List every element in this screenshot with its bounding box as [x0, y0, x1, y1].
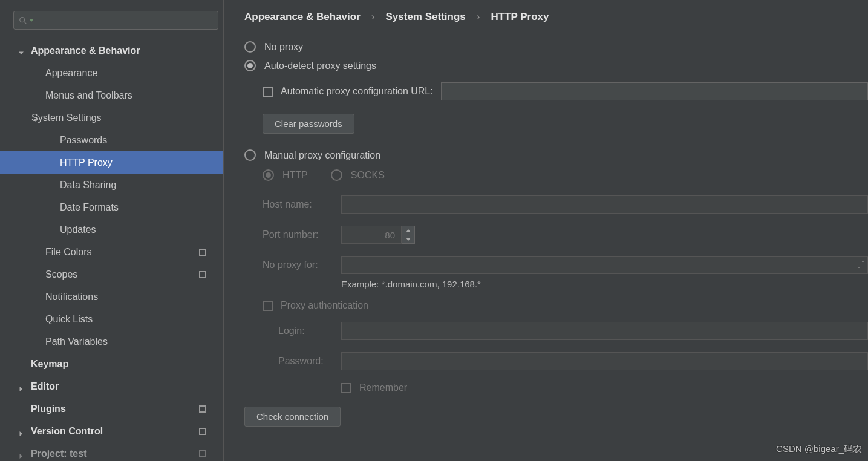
tree-item-date-formats[interactable]: Date Formats — [0, 196, 223, 218]
tree-item-label: Date Formats — [60, 202, 119, 213]
manual-proxy-radio[interactable] — [244, 149, 256, 161]
tree-item-menus-and-toolbars[interactable]: Menus and Toolbars — [0, 84, 223, 106]
http-radio — [263, 169, 274, 181]
proxy-auth-label: Proxy authentication — [281, 300, 368, 311]
clear-passwords-button[interactable]: Clear passwords — [263, 114, 354, 134]
settings-tree: Appearance & BehaviorAppearanceMenus and… — [0, 34, 223, 461]
svg-line-1 — [24, 21, 27, 24]
tree-item-notifications[interactable]: Notifications — [0, 286, 223, 308]
no-proxy-for-label: No proxy for: — [263, 260, 341, 270]
chevron-icon — [33, 115, 39, 121]
settings-sidebar: Appearance & BehaviorAppearanceMenus and… — [0, 0, 224, 461]
manual-proxy-label: Manual proxy configuration — [264, 150, 380, 161]
project-badge-icon — [199, 271, 206, 278]
http-label: HTTP — [282, 170, 308, 181]
tree-item-label: Plugins — [31, 404, 66, 414]
expand-icon — [858, 261, 864, 268]
chevron-icon — [18, 48, 24, 54]
tree-item-project-test[interactable]: Project: test — [0, 442, 223, 461]
spinner-down-icon — [402, 235, 414, 243]
settings-content: Appearance & Behavior › System Settings … — [224, 0, 868, 461]
tree-item-label: Data Sharing — [60, 180, 116, 191]
tree-item-plugins[interactable]: Plugins — [0, 397, 223, 420]
chevron-right-icon: › — [477, 11, 480, 23]
chevron-icon — [18, 428, 24, 434]
tree-item-label: Appearance & Behavior — [31, 45, 140, 56]
tree-item-label: Version Control — [31, 426, 103, 437]
port-spinner — [402, 226, 415, 244]
host-label: Host name: — [263, 199, 341, 210]
tree-item-system-settings[interactable]: System Settings — [0, 106, 223, 129]
chevron-icon — [18, 451, 24, 457]
login-label: Login: — [278, 325, 341, 336]
tree-item-version-control[interactable]: Version Control — [0, 420, 223, 442]
tree-item-scopes[interactable]: Scopes — [0, 263, 223, 286]
host-input — [341, 195, 868, 214]
port-input — [341, 226, 402, 244]
tree-item-quick-lists[interactable]: Quick Lists — [0, 308, 223, 330]
no-proxy-hint: Example: *.domain.com, 192.168.* — [341, 279, 481, 289]
spinner-up-icon — [402, 226, 414, 235]
auto-detect-label: Auto-detect proxy settings — [264, 60, 376, 71]
watermark: CSDN @bigear_码农 — [776, 443, 862, 455]
tree-item-label: Quick Lists — [45, 314, 93, 325]
socks-label: SOCKS — [351, 170, 385, 181]
project-badge-icon — [199, 405, 206, 413]
pac-url-input[interactable] — [441, 82, 868, 100]
tree-item-editor[interactable]: Editor — [0, 375, 223, 397]
tree-item-label: Appearance — [45, 68, 97, 79]
tree-item-label: HTTP Proxy — [60, 157, 113, 168]
tree-item-label: Path Variables — [45, 336, 108, 347]
search-icon — [19, 16, 27, 25]
tree-item-passwords[interactable]: Passwords — [0, 129, 223, 151]
tree-item-label: Passwords — [60, 135, 107, 146]
tree-item-file-colors[interactable]: File Colors — [0, 241, 223, 263]
project-badge-icon — [199, 249, 206, 256]
tree-item-keymap[interactable]: Keymap — [0, 353, 223, 375]
chevron-right-icon: › — [371, 11, 375, 23]
tree-item-label: File Colors — [45, 247, 91, 258]
pac-url-checkbox[interactable] — [263, 87, 273, 97]
port-label: Port number: — [263, 229, 341, 240]
tree-item-label: Editor — [31, 381, 59, 392]
check-connection-button[interactable]: Check connection — [244, 407, 341, 427]
tree-item-label: System Settings — [31, 113, 102, 123]
tree-item-label: Notifications — [45, 292, 98, 302]
password-input — [341, 352, 868, 370]
tree-item-label: Keymap — [31, 359, 68, 370]
breadcrumb-item[interactable]: Appearance & Behavior — [244, 11, 361, 23]
tree-item-appearance-behavior[interactable]: Appearance & Behavior — [0, 39, 223, 62]
tree-item-label: Scopes — [45, 269, 77, 280]
remember-label: Remember — [359, 382, 407, 393]
search-input[interactable] — [13, 11, 218, 30]
tree-item-data-sharing[interactable]: Data Sharing — [0, 174, 223, 196]
breadcrumb: Appearance & Behavior › System Settings … — [244, 11, 868, 23]
dropdown-icon — [29, 19, 34, 22]
no-proxy-for-input — [341, 256, 868, 274]
svg-point-0 — [20, 17, 25, 22]
tree-item-http-proxy[interactable]: HTTP Proxy — [0, 151, 223, 174]
breadcrumb-item[interactable]: System Settings — [385, 11, 465, 23]
tree-item-label: Project: test — [31, 448, 86, 459]
project-badge-icon — [199, 450, 206, 457]
remember-checkbox — [341, 383, 351, 393]
tree-item-label: Menus and Toolbars — [45, 90, 132, 101]
tree-item-label: Updates — [60, 224, 96, 235]
proxy-auth-checkbox — [263, 301, 273, 311]
chevron-icon — [18, 384, 24, 390]
tree-item-appearance[interactable]: Appearance — [0, 62, 223, 84]
tree-item-path-variables[interactable]: Path Variables — [0, 330, 223, 353]
password-label: Password: — [278, 356, 341, 367]
socks-radio — [331, 169, 342, 181]
auto-detect-radio[interactable] — [244, 60, 256, 71]
breadcrumb-item: HTTP Proxy — [491, 11, 549, 23]
no-proxy-radio[interactable] — [244, 41, 256, 53]
pac-url-label: Automatic proxy configuration URL: — [281, 86, 433, 97]
project-badge-icon — [199, 428, 206, 435]
no-proxy-label: No proxy — [264, 42, 303, 53]
login-input — [341, 322, 868, 340]
tree-item-updates[interactable]: Updates — [0, 218, 223, 241]
